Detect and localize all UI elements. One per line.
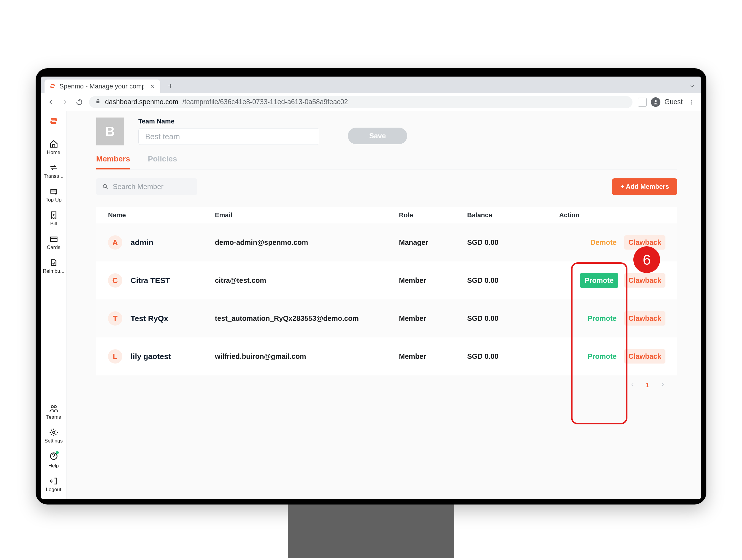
svg-point-0 xyxy=(654,100,656,102)
svg-point-1 xyxy=(691,99,692,101)
profile-avatar-icon[interactable] xyxy=(651,97,660,107)
guest-label: Guest xyxy=(665,98,683,106)
pager-current: 1 xyxy=(646,381,649,389)
team-avatar: B xyxy=(96,117,124,146)
sidebar-item-help[interactable]: Help xyxy=(42,452,66,469)
pager-next-icon[interactable] xyxy=(660,381,666,389)
browser-tab-strip: Spenmo - Manage your compa × + xyxy=(41,76,701,93)
tab-members[interactable]: Members xyxy=(96,154,130,169)
table-row: Llily gaotestwilfried.buiron@gmail.comMe… xyxy=(96,337,677,376)
member-email: test_automation_RyQx283553@demo.com xyxy=(215,314,399,323)
sidebar-item-transactions[interactable]: Transa... xyxy=(42,163,66,179)
col-balance: Balance xyxy=(467,211,556,219)
member-role: Member xyxy=(399,314,467,323)
search-member-input[interactable]: Search Member xyxy=(96,178,197,195)
extensions-icon[interactable] xyxy=(638,98,647,107)
sidebar-item-settings[interactable]: Settings xyxy=(42,428,66,444)
app-sidebar: Home Transa... Top Up Bill xyxy=(41,111,66,499)
member-balance: SGD 0.00 xyxy=(467,276,556,285)
table-row: CCitra TESTcitra@test.comMemberSGD 0.00P… xyxy=(96,262,677,299)
sidebar-item-home[interactable]: Home xyxy=(42,139,66,156)
back-icon[interactable] xyxy=(46,98,55,107)
svg-point-2 xyxy=(691,102,692,103)
member-balance: SGD 0.00 xyxy=(467,352,556,360)
member-balance: SGD 0.00 xyxy=(467,238,556,246)
new-tab-button[interactable]: + xyxy=(165,81,176,92)
sidebar-item-reimburse[interactable]: Reimbu... xyxy=(42,258,66,274)
svg-point-4 xyxy=(53,431,55,434)
table-row: Aadmindemo-admin@spenmo.comManagerSGD 0.… xyxy=(96,223,677,262)
browser-address-bar: dashboard.spenmo.com/teamprofile/636c41e… xyxy=(41,93,701,111)
main-content: B Team Name Save Members Policies xyxy=(66,111,701,499)
pagination: 1 xyxy=(96,381,677,389)
member-avatar: T xyxy=(108,311,122,326)
search-placeholder: Search Member xyxy=(113,182,164,191)
clawback-button[interactable]: Clawback xyxy=(624,311,666,326)
url-host: dashboard.spenmo.com xyxy=(105,98,178,106)
chevron-down-icon[interactable] xyxy=(687,81,697,92)
member-name: lily gaotest xyxy=(130,352,171,361)
clawback-button[interactable]: Clawback xyxy=(624,273,666,288)
address-input[interactable]: dashboard.spenmo.com/teamprofile/636c41e… xyxy=(89,96,633,108)
save-button[interactable]: Save xyxy=(348,128,407,144)
member-avatar: L xyxy=(108,349,122,363)
sidebar-item-topup[interactable]: Top Up xyxy=(42,187,66,203)
member-avatar: C xyxy=(108,273,122,288)
search-icon xyxy=(102,183,109,190)
spenmo-logo-icon[interactable] xyxy=(49,116,59,128)
member-name: Test RyQx xyxy=(130,314,168,323)
member-email: wilfried.buiron@gmail.com xyxy=(215,352,399,360)
member-name: admin xyxy=(130,238,153,247)
sidebar-item-logout[interactable]: Logout xyxy=(42,477,66,493)
col-role: Role xyxy=(399,211,467,219)
col-action: Action xyxy=(556,211,666,219)
member-role: Member xyxy=(399,276,467,285)
team-name-label: Team Name xyxy=(138,117,319,125)
monitor-stand xyxy=(288,505,454,558)
col-name: Name xyxy=(108,211,215,219)
team-name-input[interactable] xyxy=(138,128,319,145)
kebab-menu-icon[interactable] xyxy=(687,98,696,107)
pager-prev-icon[interactable] xyxy=(630,381,635,389)
clawback-button[interactable]: Clawback xyxy=(624,349,666,363)
members-table: Name Email Role Balance Action Aadmindem… xyxy=(96,207,677,376)
member-avatar: A xyxy=(108,235,122,249)
member-email: demo-admin@spenmo.com xyxy=(215,238,399,246)
reload-icon[interactable] xyxy=(75,98,84,107)
close-icon[interactable]: × xyxy=(150,82,154,91)
spenmo-favicon-icon xyxy=(49,83,56,90)
table-row: TTest RyQxtest_automation_RyQx283553@dem… xyxy=(96,299,677,337)
lock-icon xyxy=(95,98,101,106)
promote-button[interactable]: Promote xyxy=(586,349,618,363)
browser-tab-title: Spenmo - Manage your compa xyxy=(59,82,144,90)
svg-point-6 xyxy=(103,184,107,188)
promote-button[interactable]: Promote xyxy=(580,273,618,288)
member-email: citra@test.com xyxy=(215,276,399,285)
add-members-button[interactable]: + Add Members xyxy=(612,178,677,195)
promote-button[interactable]: Promote xyxy=(586,311,618,326)
member-balance: SGD 0.00 xyxy=(467,314,556,323)
browser-tab[interactable]: Spenmo - Manage your compa × xyxy=(45,79,160,93)
url-path: /teamprofile/636c41e8-0733-11ed-a613-0a5… xyxy=(182,98,348,106)
sidebar-item-teams[interactable]: Teams xyxy=(42,404,66,420)
svg-point-3 xyxy=(691,103,692,105)
tab-policies[interactable]: Policies xyxy=(148,154,177,169)
callout-step-badge: 6 xyxy=(633,246,660,273)
forward-icon[interactable] xyxy=(60,98,69,107)
demote-button[interactable]: Demote xyxy=(589,235,618,249)
sidebar-item-bill[interactable]: Bill xyxy=(42,211,66,227)
sidebar-item-cards[interactable]: Cards xyxy=(42,234,66,250)
col-email: Email xyxy=(215,211,399,219)
member-name: Citra TEST xyxy=(130,276,170,285)
member-role: Manager xyxy=(399,238,467,246)
member-role: Member xyxy=(399,352,467,360)
